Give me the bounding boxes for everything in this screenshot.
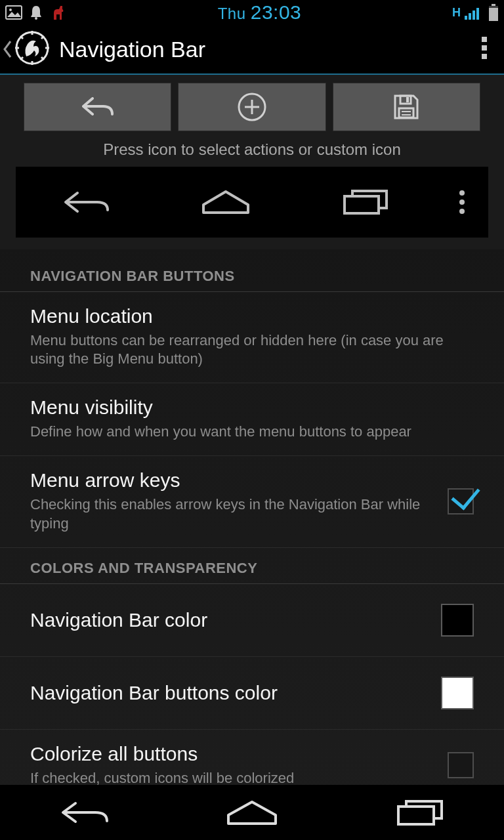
sysnav-recent-button[interactable] [336,798,504,827]
status-bar: Thu 23:03 H [0,0,504,25]
pref-title: Navigation Bar color [30,609,425,631]
navbar-preview-container [0,167,504,249]
recent-icon [342,188,389,216]
svg-point-2 [35,17,37,20]
preview-home-button[interactable] [156,189,295,215]
sysnav-home-button[interactable] [168,799,336,826]
network-type: H [452,6,461,20]
pref-summary: Checking this enables arrow keys in the … [30,495,432,532]
pref-summary: If checked, custom icons will be coloriz… [30,769,432,785]
svg-rect-21 [482,54,487,59]
preview-menu-button[interactable] [436,190,488,215]
plus-circle-icon [237,92,267,122]
svg-rect-26 [406,97,409,102]
pref-colorize-all[interactable]: Colorize all buttons If checked, custom … [0,730,504,785]
svg-point-1 [9,9,12,11]
svg-rect-20 [482,45,487,51]
preview-recent-button[interactable] [296,188,436,216]
pref-summary: Menu buttons can be rearranged or hidden… [30,331,474,368]
home-icon [200,189,252,215]
svg-rect-25 [400,96,411,104]
pref-menu-visibility[interactable]: Menu visibility Define how and when you … [0,383,504,456]
menu-dots-icon [459,190,465,215]
svg-rect-5 [472,10,475,20]
svg-rect-27 [399,108,413,117]
action-bar: Navigation Bar [0,25,504,75]
svg-rect-6 [476,8,479,20]
system-nav-bar [0,785,504,840]
navbar-preview [16,167,488,238]
color-swatch[interactable] [441,677,474,709]
pref-title: Colorize all buttons [30,743,432,765]
add-button[interactable] [178,83,326,131]
pref-title: Menu arrow keys [30,469,432,492]
svg-rect-4 [469,13,471,20]
picture-icon [5,5,22,20]
action-bar-title: Navigation Bar [59,37,471,62]
svg-rect-3 [465,16,467,20]
toolbar-hint: Press icon to select actions or custom i… [0,134,504,167]
checkbox[interactable] [448,488,474,514]
overflow-menu-button[interactable] [471,30,497,68]
pref-navbar-color[interactable]: Navigation Bar color [0,584,504,657]
home-icon [224,799,280,826]
svg-point-31 [459,190,465,196]
battery-icon [488,4,499,21]
svg-rect-19 [482,37,487,42]
svg-rect-34 [398,807,434,824]
recent-icon [395,798,445,827]
back-icon [58,799,110,826]
pref-title: Menu location [30,305,474,327]
pref-navbar-buttons-color[interactable]: Navigation Bar buttons color [0,657,504,730]
save-icon [391,92,421,122]
action-bar-up[interactable] [3,30,50,68]
save-button[interactable] [333,83,480,131]
section-header-colors: Colors and Transparency [0,548,504,584]
checkbox[interactable] [448,752,474,778]
svg-rect-7 [492,4,495,6]
signal-icon [465,5,482,20]
undo-button[interactable] [24,83,171,131]
back-icon [62,189,110,215]
overflow-icon [482,37,487,59]
pref-summary: Define how and when you want the menu bu… [30,423,474,441]
preview-back-button[interactable] [16,189,156,215]
pref-title: Menu visibility [30,396,474,419]
toolbar [0,75,504,134]
pref-menu-location[interactable]: Menu location Menu buttons can be rearra… [0,292,504,383]
undo-icon [78,93,117,121]
svg-rect-9 [489,8,498,21]
pref-title: Navigation Bar buttons color [30,682,425,704]
bell-icon [29,5,43,20]
chevron-left-icon [3,40,12,58]
sysnav-back-button[interactable] [0,799,168,826]
section-header-buttons: Navigation Bar Buttons [0,256,504,292]
svg-rect-30 [345,196,379,213]
color-swatch[interactable] [441,604,474,637]
status-clock: Thu 23:03 [67,1,452,24]
pref-menu-arrow-keys[interactable]: Menu arrow keys Checking this enables ar… [0,456,504,547]
svg-point-32 [459,200,465,205]
settings-list: Navigation Bar Buttons Menu location Men… [0,249,504,785]
app-icon [14,30,50,68]
svg-point-33 [459,209,465,214]
llama-icon [50,4,67,21]
